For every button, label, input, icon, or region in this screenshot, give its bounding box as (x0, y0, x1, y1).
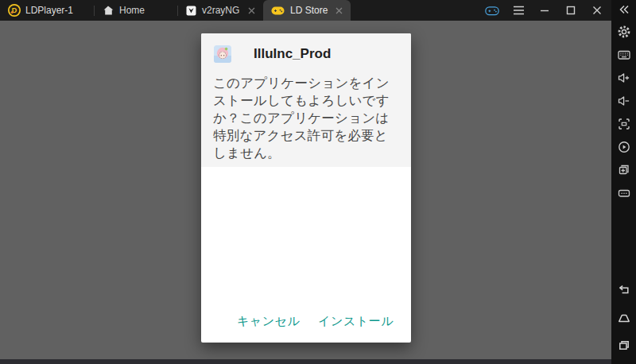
tab-close-icon[interactable] (248, 7, 255, 14)
install-dialog: IlluInc_Prod このアプリケーションをインストールしてもよろしいですか… (201, 33, 411, 343)
nav-recents-icon[interactable] (617, 339, 631, 353)
tab-v2rayng[interactable]: v2rayNG (178, 0, 263, 21)
toolbar-sidebar (611, 0, 636, 364)
install-apk-icon[interactable] (617, 163, 631, 177)
settings-icon[interactable] (617, 25, 631, 39)
ldplayer-logo-icon: D (8, 4, 21, 17)
tab-ld-store[interactable]: LD Store (263, 0, 351, 21)
app-name: IlluInc_Prod (254, 46, 331, 62)
window-title: LDPlayer-1 (25, 5, 73, 16)
window-controls (485, 3, 611, 17)
ldplayer-window: D LDPlayer-1 Home v2rayN (0, 0, 636, 364)
operation-record-icon[interactable] (617, 140, 631, 154)
fullscreen-icon[interactable] (617, 117, 631, 131)
collapse-icon[interactable] (619, 3, 630, 16)
bottom-frame-strip (0, 359, 611, 364)
emulator-screen: IlluInc_Prod このアプリケーションをインストールしてもよろしいですか… (0, 21, 611, 359)
app-brand: D LDPlayer-1 (0, 4, 94, 17)
install-button[interactable]: インストール (318, 314, 394, 329)
menu-icon[interactable] (511, 3, 525, 17)
anime-character-app-icon (214, 45, 231, 63)
keyboard-icon[interactable] (617, 48, 631, 62)
close-icon[interactable] (590, 3, 604, 17)
tab-label: v2rayNG (202, 5, 239, 16)
tab-close-icon[interactable] (335, 7, 343, 14)
minimize-icon[interactable] (537, 3, 552, 17)
cancel-button[interactable]: キャンセル (237, 314, 300, 329)
install-message: このアプリケーションをインストールしてもよろしいですか？このアプリケーションは特… (201, 63, 411, 161)
tab-label: LD Store (290, 5, 328, 16)
game-controls-icon[interactable] (485, 3, 499, 17)
install-dialog-header: IlluInc_Prod このアプリケーションをインストールしてもよろしいですか… (201, 33, 411, 167)
more-icon[interactable] (617, 186, 631, 200)
tab-home[interactable]: Home (95, 0, 177, 21)
volume-up-icon[interactable] (617, 71, 631, 85)
gamepad-icon (271, 6, 285, 16)
nav-home-icon[interactable] (617, 311, 631, 325)
maximize-icon[interactable] (564, 3, 578, 17)
tab-label: Home (119, 5, 145, 16)
nav-back-icon[interactable] (617, 283, 631, 297)
nav-buttons (617, 269, 631, 364)
home-icon (103, 5, 114, 16)
dialog-actions: キャンセル インストール (237, 314, 394, 329)
title-bar: D LDPlayer-1 Home v2rayN (0, 0, 611, 21)
v2rayng-icon (186, 6, 196, 16)
volume-down-icon[interactable] (617, 94, 631, 108)
